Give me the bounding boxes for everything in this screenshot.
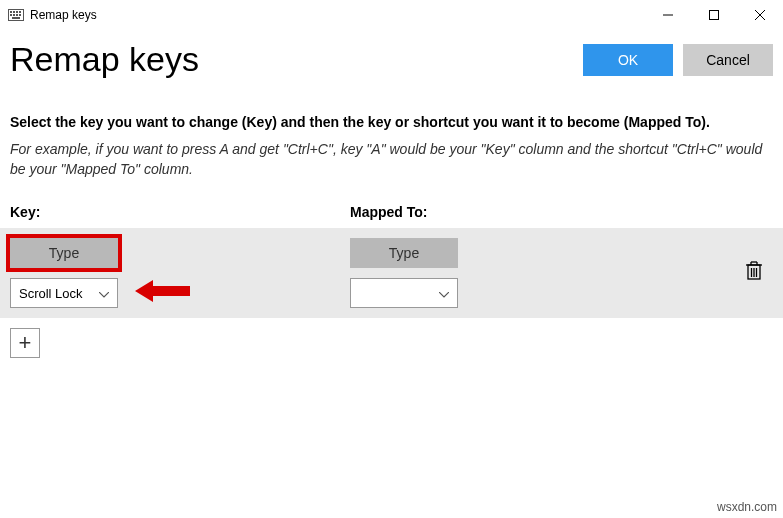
titlebar: Remap keys xyxy=(0,0,783,30)
trash-icon xyxy=(745,267,763,284)
instructions-text: Select the key you want to change (Key) … xyxy=(0,84,783,135)
svg-rect-5 xyxy=(10,14,12,16)
key-column-header: Key: xyxy=(10,204,350,220)
cancel-button[interactable]: Cancel xyxy=(683,44,773,76)
svg-rect-2 xyxy=(13,11,15,13)
key-select-value: Scroll Lock xyxy=(19,286,83,301)
key-select[interactable]: Scroll Lock xyxy=(10,278,118,308)
svg-rect-3 xyxy=(16,11,18,13)
annotation-arrow xyxy=(135,278,190,308)
window-controls xyxy=(645,0,783,30)
chevron-down-icon xyxy=(439,284,449,302)
close-button[interactable] xyxy=(737,0,783,30)
mapped-type-button[interactable]: Type xyxy=(350,238,458,268)
svg-rect-8 xyxy=(19,14,21,16)
watermark: wsxdn.com xyxy=(717,500,777,514)
svg-rect-9 xyxy=(12,17,20,19)
svg-rect-1 xyxy=(10,11,12,13)
add-mapping-button[interactable]: + xyxy=(10,328,40,358)
add-row-area: + xyxy=(0,318,783,368)
window-title: Remap keys xyxy=(30,8,97,22)
key-type-button[interactable]: Type xyxy=(10,238,118,268)
mapped-slot: Type xyxy=(350,238,690,308)
svg-rect-4 xyxy=(19,11,21,13)
delete-row-button[interactable] xyxy=(745,261,773,285)
chevron-down-icon xyxy=(99,286,109,301)
svg-rect-7 xyxy=(16,14,18,16)
column-headers: Key: Mapped To: xyxy=(0,179,783,228)
minimize-button[interactable] xyxy=(645,0,691,30)
plus-icon: + xyxy=(19,330,32,356)
header: Remap keys OK Cancel xyxy=(0,30,783,84)
maximize-button[interactable] xyxy=(691,0,737,30)
svg-rect-11 xyxy=(710,11,719,20)
keyboard-icon xyxy=(8,9,24,21)
page-title: Remap keys xyxy=(10,40,573,79)
example-text: For example, if you want to press A and … xyxy=(0,135,783,179)
svg-rect-6 xyxy=(13,14,15,16)
mapped-select[interactable] xyxy=(350,278,458,308)
ok-button[interactable]: OK xyxy=(583,44,673,76)
svg-marker-23 xyxy=(135,280,190,302)
mapping-row: Type Scroll Lock Type xyxy=(0,228,783,318)
mapped-column-header: Mapped To: xyxy=(350,204,773,220)
